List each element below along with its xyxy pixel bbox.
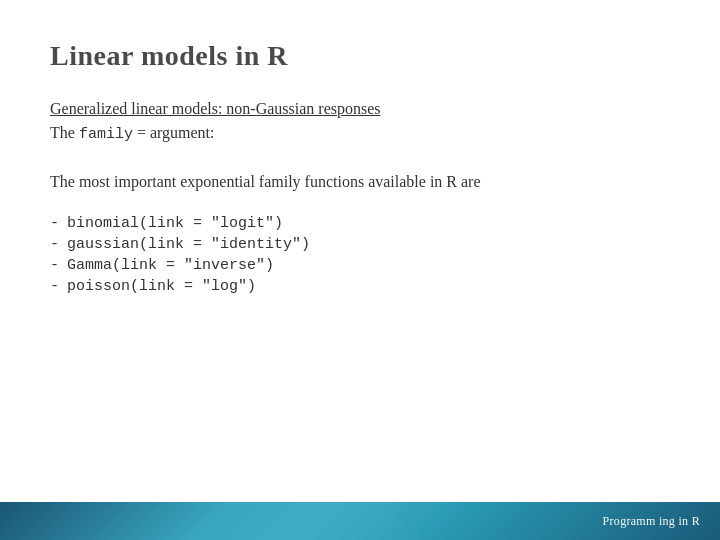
- code-text: Gamma(link = "inverse"): [67, 257, 274, 274]
- code-text: binomial(link = "logit"): [67, 215, 283, 232]
- footer-bar: Programm ing in R: [0, 502, 720, 540]
- list-item: -gaussian(link = "identity"): [50, 236, 670, 253]
- dash-icon: -: [50, 257, 59, 274]
- dash-icon: -: [50, 236, 59, 253]
- slide-title: Linear models in R: [50, 40, 670, 72]
- code-text: poisson(link = "log"): [67, 278, 256, 295]
- list-item: -poisson(link = "log"): [50, 278, 670, 295]
- code-text: gaussian(link = "identity"): [67, 236, 310, 253]
- dash-icon: -: [50, 215, 59, 232]
- list-item: -Gamma(link = "inverse"): [50, 257, 670, 274]
- family-line: The family = argument:: [50, 124, 670, 143]
- footer-text: Programm ing in R: [603, 514, 700, 529]
- slide: Linear models in R Generalized linear mo…: [0, 0, 720, 540]
- dash-icon: -: [50, 278, 59, 295]
- description: The most important exponential family fu…: [50, 173, 670, 191]
- list-item: -binomial(link = "logit"): [50, 215, 670, 232]
- family-prefix: The: [50, 124, 79, 141]
- family-suffix: = argument:: [133, 124, 215, 141]
- code-list: -binomial(link = "logit")-gaussian(link …: [50, 215, 670, 295]
- section-heading: Generalized linear models: non-Gaussian …: [50, 100, 670, 118]
- family-keyword: family: [79, 126, 133, 143]
